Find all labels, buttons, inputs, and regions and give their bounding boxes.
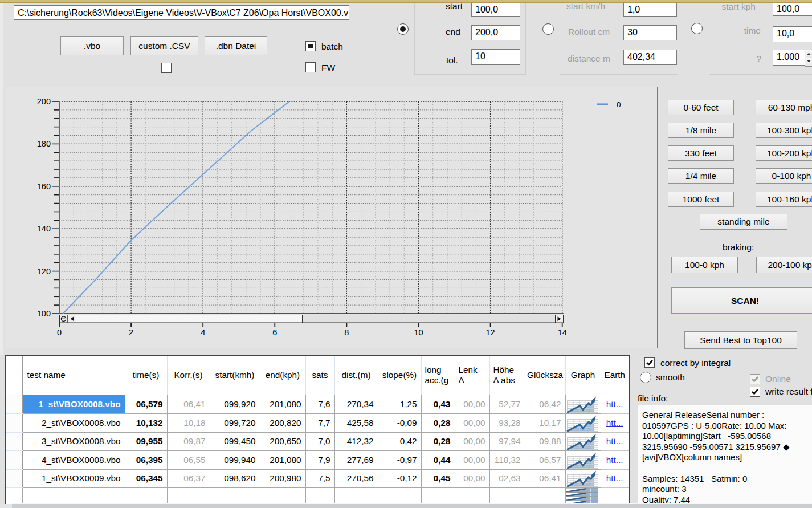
svg-text:100: 100 [37,309,51,318]
svg-text:200: 200 [37,97,51,106]
svg-text:6: 6 [272,328,277,337]
svg-text:12: 12 [486,328,495,337]
svg-text:8: 8 [344,328,349,337]
svg-text:180: 180 [37,139,51,148]
svg-text:0: 0 [617,100,621,109]
svg-text:0: 0 [57,328,62,337]
svg-text:160: 160 [37,182,51,191]
svg-text:14: 14 [558,328,567,337]
svg-text:2: 2 [129,328,133,337]
svg-text:4: 4 [201,328,205,337]
svg-text:10: 10 [414,328,423,337]
svg-text:140: 140 [37,224,51,233]
svg-text:120: 120 [37,267,51,276]
